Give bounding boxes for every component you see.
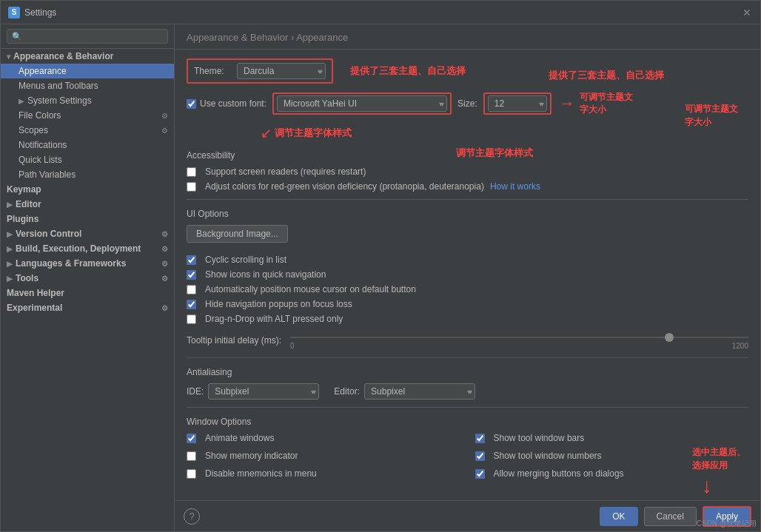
sidebar-item-build-execution[interactable]: ▶ Build, Execution, Deployment ⚙ [1,241,174,256]
adjust-colors-row: Adjust colors for red-green vision defic… [187,181,748,192]
sidebar-label: Plugins [7,214,38,224]
ui-options-title: UI Options [187,209,748,219]
arrow-font-style: ↙ [261,125,272,141]
sidebar-item-keymap[interactable]: Keymap [1,182,174,197]
hide-nav-checkbox[interactable] [187,300,196,309]
editor-aa-label: Editor: [334,386,360,397]
background-image-button[interactable]: Background Image... [187,225,288,243]
app-icon: S [8,7,20,18]
sidebar-item-quick-lists[interactable]: Quick Lists [1,152,174,167]
main-content: ▾ Appearance & Behavior Appearance Menus… [1,24,760,531]
expand-arrow: ▶ [7,230,13,238]
drag-drop-row: Drag-n-Drop with ALT pressed only [187,314,748,324]
ide-aa-select[interactable]: Subpixel Greyscale No antialiasing [208,383,319,400]
auto-position-row: Automatically position mouse cursor on d… [187,284,748,294]
divider-3 [187,407,748,408]
adjust-colors-checkbox[interactable] [187,182,196,192]
search-input[interactable] [7,29,168,44]
cancel-button[interactable]: Cancel [644,507,697,526]
show-tool-bars-row: Show tool window bars [475,433,749,443]
animate-windows-label: Animate windows [205,433,274,443]
sidebar-item-version-control[interactable]: ▶ Version Control ⚙ [1,226,174,241]
sidebar-item-editor[interactable]: ▶ Editor [1,197,174,212]
tooltip-slider[interactable] [290,337,748,338]
lang-icon: ⚙ [161,260,168,268]
ok-button[interactable]: OK [600,507,637,526]
main-panel: Appearance & Behavior › Appearance Theme… [175,24,760,500]
sidebar-item-tools[interactable]: ▶ Tools ⚙ [1,271,174,286]
sidebar-item-menus-toolbars[interactable]: Menus and Toolbars [1,78,174,93]
auto-position-checkbox[interactable] [187,285,196,294]
theme-select[interactable]: Darcula IntelliJ High Contrast [237,63,326,79]
slider-max: 1200 [732,342,748,350]
arrow-size: → [559,94,575,113]
font-size-select[interactable]: 12 11 13 14 [488,95,547,112]
slider-container: 0 1200 [290,330,748,350]
window-options-grid: Animate windows Show tool window bars Sh… [187,433,748,483]
bottom-bar: ? OK Cancel Apply [175,500,760,531]
bg-image-row: Background Image... [187,225,748,249]
sidebar-label: Keymap [7,184,41,195]
show-memory-row: Show memory indicator [187,451,460,461]
annotation-theme: 提供了三套主题、自己选择 [350,65,466,76]
sidebar-item-experimental[interactable]: Experimental ⚙ [1,300,174,315]
sidebar-label: Appearance & Behavior [13,51,113,61]
how-it-works-link[interactable]: How it works [490,181,540,192]
show-icons-checkbox[interactable] [187,270,196,280]
apply-button[interactable]: Apply [703,506,751,527]
use-custom-font-checkbox[interactable] [187,99,196,109]
sidebar-label: Appearance [19,66,67,76]
breadcrumb-root: Appearance & Behavior [187,32,288,43]
support-screen-readers-checkbox[interactable] [187,167,196,177]
animate-windows-row: Animate windows [187,433,460,443]
experimental-icon: ⚙ [161,304,168,312]
support-screen-readers-label: Support screen readers (requires restart… [205,166,366,177]
show-icons-label: Show icons in quick navigation [205,269,326,280]
allow-merging-row: Allow merging buttons on dialogs [475,468,749,479]
expand-arrow: ▾ [7,53,10,61]
close-button[interactable]: ✕ [741,7,753,18]
slider-ticks: 0 1200 [290,342,748,350]
sidebar-item-path-variables[interactable]: Path Variables [1,167,174,182]
sidebar-item-appearance[interactable]: Appearance [1,64,174,78]
tooltip-label: Tooltip initial delay (ms): [187,335,281,346]
help-section: ? [184,508,594,525]
help-button[interactable]: ? [184,508,200,525]
allow-merging-checkbox[interactable] [475,469,485,479]
sidebar-label: Quick Lists [19,155,62,165]
disable-mnemonics-checkbox[interactable] [187,469,196,479]
cyclic-scrolling-checkbox[interactable] [187,255,196,265]
drag-drop-checkbox[interactable] [187,314,196,324]
sidebar-label: Menus and Toolbars [19,81,98,91]
sidebar-item-file-colors[interactable]: File Colors ⚙ [1,108,174,123]
font-select[interactable]: Microsoft YaHei UI Arial Segoe UI [277,95,447,112]
sidebar-item-appearance-behavior[interactable]: ▾ Appearance & Behavior [1,49,174,64]
show-memory-checkbox[interactable] [187,451,196,461]
sidebar-item-plugins[interactable]: Plugins [1,212,174,226]
sidebar-item-languages-frameworks[interactable]: ▶ Languages & Frameworks ⚙ [1,256,174,271]
editor-aa-select[interactable]: Subpixel Greyscale No antialiasing [364,383,475,400]
tooltip-row: Tooltip initial delay (ms): 0 1200 [187,330,748,350]
show-icons-row: Show icons in quick navigation [187,269,748,280]
size-select-box: 12 11 13 14 ▾ [483,92,552,115]
show-tool-numbers-row: Show tool window numbers [475,451,749,461]
sidebar-item-maven-helper[interactable]: Maven Helper [1,286,174,300]
auto-position-label: Automatically position mouse cursor on d… [205,284,416,294]
show-tool-numbers-checkbox[interactable] [475,451,485,461]
vc-icon: ⚙ [161,230,168,238]
hide-nav-label: Hide navigation popups on focus loss [205,299,352,309]
sidebar-item-scopes[interactable]: Scopes ⚙ [1,123,174,138]
antialiasing-title: Antialiasing [187,367,748,377]
antialiasing-row: IDE: Subpixel Greyscale No antialiasing … [187,383,748,400]
sidebar-item-system-settings[interactable]: ▶ System Settings [1,93,174,108]
cyclic-scrolling-label: Cyclic scrolling in list [205,255,286,265]
animate-windows-checkbox[interactable] [187,434,196,443]
font-select-wrapper: Microsoft YaHei UI Arial Segoe UI ▾ [277,95,447,112]
size-select-wrapper: 12 11 13 14 ▾ [488,95,547,112]
show-tool-bars-checkbox[interactable] [475,434,485,443]
settings-body: Theme: Darcula IntelliJ High Contrast ▾ [175,50,760,500]
annotation-font-size: 可调节主题文 字大小 [580,91,633,116]
search-box [1,24,174,49]
sidebar-item-notifications[interactable]: Notifications [1,138,174,152]
adjust-colors-label: Adjust colors for red-green vision defic… [205,181,484,192]
